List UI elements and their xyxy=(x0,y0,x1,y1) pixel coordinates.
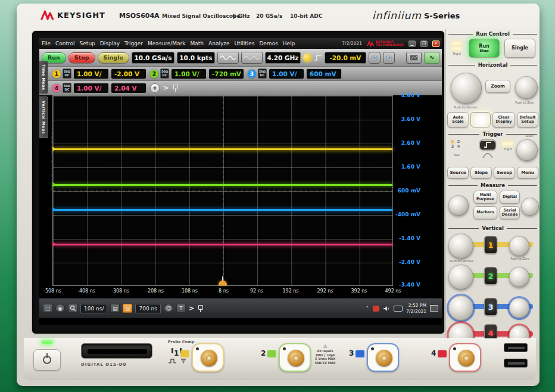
trigger-slope-button[interactable]: Slope xyxy=(470,167,492,179)
channel-1-badge[interactable]: 1 xyxy=(52,70,61,78)
channel-3-impedance[interactable]: 50ΩDC xyxy=(258,69,267,79)
default-setup-button[interactable]: Default Setup xyxy=(517,112,538,127)
window-minimize-button[interactable]: ▁ xyxy=(409,41,416,47)
smiley-icon[interactable]: ☺ xyxy=(164,304,173,313)
trigger-tool-icon[interactable]: T xyxy=(176,304,186,313)
measure-entry-knob[interactable] xyxy=(448,195,469,216)
ch1-scale-knob[interactable] xyxy=(448,234,473,259)
sample-rate-field[interactable]: 10.0 GSa/s xyxy=(132,52,174,64)
menu-math[interactable]: Math xyxy=(191,41,204,46)
digital-button[interactable]: Digital xyxy=(500,191,520,204)
bandwidth-field[interactable]: 4.20 GHz xyxy=(265,52,301,64)
serial-decode-button[interactable]: Serial Decode xyxy=(500,206,520,219)
multi-purpose-button[interactable]: Multi Purpose xyxy=(473,191,497,204)
channel-3-scale-field[interactable]: 1.00 V/ xyxy=(269,69,304,79)
horizontal-delay-knob[interactable] xyxy=(515,76,538,99)
tab-vertical-meas[interactable]: Vertical Meas xyxy=(39,97,48,138)
ch3-offset-knob[interactable] xyxy=(509,298,529,318)
window-close-button[interactable]: ✕ xyxy=(432,41,439,47)
run-stop-button[interactable]: Run Stop xyxy=(469,39,500,58)
add-channel-button[interactable]: + xyxy=(150,83,160,93)
ch2-scale-knob[interactable] xyxy=(448,265,473,290)
undo-button[interactable]: ↺ xyxy=(369,52,381,64)
waveform-style-icon[interactable] xyxy=(217,52,239,64)
channel-1-scale-field[interactable]: 1.00 V/ xyxy=(73,69,109,79)
expand-arrow-icon[interactable]: > xyxy=(189,304,194,312)
single-button-hw[interactable]: Single xyxy=(504,39,535,58)
channel-1-impedance[interactable]: 50ΩDC xyxy=(63,69,71,79)
app-icon[interactable]: ▢ xyxy=(43,304,52,313)
trigger-sweep-button[interactable]: Sweep xyxy=(494,167,515,179)
menu-file[interactable]: File xyxy=(42,41,51,46)
menu-bar: File Control Setup Display Trigger Measu… xyxy=(39,38,442,49)
keyboard-icon[interactable] xyxy=(394,306,403,312)
channel-2-scale-field[interactable]: 1.00 V/ xyxy=(171,69,207,79)
channel-4-scale-field[interactable]: 1.00 V/ xyxy=(73,83,109,94)
horizontal-scale-field[interactable]: 100 ns/ xyxy=(80,304,107,313)
auto-scale-button[interactable]: Auto Scale xyxy=(447,112,469,127)
channel-2-badge[interactable]: 2 xyxy=(150,70,158,78)
menu-setup[interactable]: Setup xyxy=(80,41,95,46)
browser-icon[interactable]: ◉ xyxy=(55,304,65,313)
menu-trigger[interactable]: Trigger xyxy=(124,41,143,46)
acquisition-icon[interactable]: ▤ xyxy=(110,304,120,313)
system-clock: 2:52 PM7/2/2021 xyxy=(406,303,426,314)
redo-button[interactable]: ↻ xyxy=(383,52,395,64)
channel-3-offset-field[interactable]: 600 mV xyxy=(306,69,342,79)
pin-icon[interactable] xyxy=(197,304,203,313)
horizontal-scale-knob[interactable] xyxy=(451,73,482,104)
window-maximize-button[interactable]: ❐ xyxy=(420,41,428,47)
expand-arrow-icon[interactable]: > xyxy=(163,84,169,92)
channel-4-impedance[interactable]: 50ΩDC xyxy=(63,83,71,93)
channel-1-offset-field[interactable]: -2.00 V xyxy=(111,69,146,79)
horizontal-position-field[interactable]: 700 ns xyxy=(135,304,160,313)
trigger-source-icon[interactable] xyxy=(303,54,311,62)
menu-help[interactable]: Help xyxy=(283,41,295,46)
pin-icon[interactable] xyxy=(172,84,178,92)
clear-display-button[interactable]: Clear Display xyxy=(492,112,515,127)
menu-measure-mark[interactable]: Measure/Mark xyxy=(148,41,185,46)
ch1-offset-knob[interactable] xyxy=(509,236,529,256)
waveform-style-2-icon[interactable] xyxy=(241,52,263,64)
ch3-button[interactable]: 3 xyxy=(484,298,497,316)
single-button[interactable]: Single xyxy=(98,52,129,63)
notification-icon[interactable] xyxy=(430,305,438,312)
ch2-button[interactable]: 2 xyxy=(484,267,497,285)
channel-2-offset-field[interactable]: -720 mV xyxy=(208,69,244,79)
channel-1-trace xyxy=(54,148,392,150)
stop-button[interactable]: Stop xyxy=(68,52,95,63)
trigger-time-marker[interactable] xyxy=(219,281,227,285)
volume-icon[interactable] xyxy=(383,303,390,314)
ch2-offset-knob[interactable] xyxy=(509,267,529,287)
ch1-button[interactable]: 1 xyxy=(484,236,497,254)
menu-display[interactable]: Display xyxy=(100,41,120,46)
trigger-level-field[interactable]: -20.0 mV xyxy=(325,52,366,64)
menu-control[interactable]: Control xyxy=(55,41,75,46)
ch3-scale-knob[interactable] xyxy=(448,295,473,321)
trigger-level-knob[interactable] xyxy=(516,139,538,161)
cursor-knob[interactable] xyxy=(521,198,539,216)
display-mode-icon[interactable] xyxy=(406,52,422,64)
touch-button[interactable] xyxy=(470,112,491,127)
memory-depth-field[interactable]: 10.0 kpts xyxy=(177,52,215,64)
channel-4-badge[interactable]: 4 xyxy=(52,84,61,92)
menu-analyze[interactable]: Analyze xyxy=(208,41,229,46)
annotation-icon[interactable]: ∿ xyxy=(424,52,439,64)
menu-demos[interactable]: Demos xyxy=(259,41,278,46)
zoom-button[interactable]: Zoom xyxy=(485,80,510,93)
markers-button[interactable]: Markers xyxy=(473,206,497,219)
active-tool-icon[interactable]: ▥ xyxy=(123,304,132,313)
power-button[interactable] xyxy=(33,349,61,371)
search-icon[interactable] xyxy=(68,304,77,313)
channel-4-offset-field[interactable]: 2.04 V xyxy=(111,83,146,94)
trigger-slope-icon[interactable] xyxy=(479,139,496,150)
channel-2-impedance[interactable]: 50ΩDC xyxy=(160,69,169,79)
trigger-menu-button[interactable]: Menu xyxy=(517,167,538,179)
menu-utilities[interactable]: Utilities xyxy=(235,41,255,46)
waveform-graticule[interactable] xyxy=(52,95,393,286)
tray-app-icon[interactable] xyxy=(373,306,379,312)
trigger-source-button[interactable]: Source xyxy=(447,167,469,179)
channel-3-badge[interactable]: 3 xyxy=(248,70,256,78)
tab-time-meas[interactable]: Time Meas xyxy=(39,61,48,94)
tray-expand-icon[interactable]: ⌃ xyxy=(366,306,370,311)
